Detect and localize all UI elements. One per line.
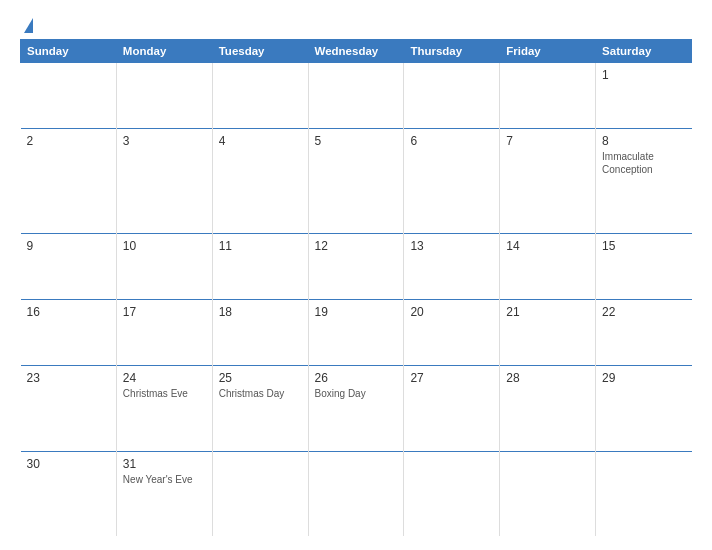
day-number: 29: [602, 371, 685, 385]
weekday-header-friday: Friday: [500, 40, 596, 63]
calendar-cell: 9: [21, 234, 117, 300]
calendar-row: 2324Christmas Eve25Christmas Day26Boxing…: [21, 366, 692, 452]
holiday-label: Christmas Eve: [123, 387, 206, 400]
calendar-row: 2345678Immaculate Conception: [21, 129, 692, 234]
day-number: 28: [506, 371, 589, 385]
calendar-cell: 21: [500, 300, 596, 366]
calendar-cell: [404, 451, 500, 536]
day-number: 22: [602, 305, 685, 319]
calendar-cell: 19: [308, 300, 404, 366]
calendar-cell: 4: [212, 129, 308, 234]
calendar-cell: [116, 63, 212, 129]
holiday-label: Christmas Day: [219, 387, 302, 400]
day-number: 10: [123, 239, 206, 253]
calendar-cell: 31New Year's Eve: [116, 451, 212, 536]
logo-triangle-icon: [24, 18, 33, 33]
calendar-cell: 18: [212, 300, 308, 366]
day-number: 21: [506, 305, 589, 319]
calendar-cell: 20: [404, 300, 500, 366]
day-number: 7: [506, 134, 589, 148]
calendar-cell: 2: [21, 129, 117, 234]
day-number: 24: [123, 371, 206, 385]
top-bar: [20, 18, 692, 33]
calendar-cell: 8Immaculate Conception: [596, 129, 692, 234]
day-number: 30: [27, 457, 110, 471]
calendar-cell: 6: [404, 129, 500, 234]
day-number: 6: [410, 134, 493, 148]
day-number: 25: [219, 371, 302, 385]
calendar-cell: 16: [21, 300, 117, 366]
day-number: 8: [602, 134, 685, 148]
weekday-header-thursday: Thursday: [404, 40, 500, 63]
day-number: 4: [219, 134, 302, 148]
calendar-cell: 11: [212, 234, 308, 300]
day-number: 19: [315, 305, 398, 319]
day-number: 3: [123, 134, 206, 148]
weekday-header-monday: Monday: [116, 40, 212, 63]
calendar-cell: 3: [116, 129, 212, 234]
weekday-header-saturday: Saturday: [596, 40, 692, 63]
calendar-cell: [500, 63, 596, 129]
weekday-header-row: SundayMondayTuesdayWednesdayThursdayFrid…: [21, 40, 692, 63]
calendar-cell: 26Boxing Day: [308, 366, 404, 452]
calendar-cell: [212, 451, 308, 536]
calendar-cell: [308, 451, 404, 536]
calendar-cell: 23: [21, 366, 117, 452]
day-number: 5: [315, 134, 398, 148]
holiday-label: Boxing Day: [315, 387, 398, 400]
calendar-row: 3031New Year's Eve: [21, 451, 692, 536]
calendar-cell: 24Christmas Eve: [116, 366, 212, 452]
calendar-row: 1: [21, 63, 692, 129]
day-number: 27: [410, 371, 493, 385]
day-number: 14: [506, 239, 589, 253]
day-number: 31: [123, 457, 206, 471]
day-number: 2: [27, 134, 110, 148]
day-number: 12: [315, 239, 398, 253]
calendar-cell: [308, 63, 404, 129]
calendar-cell: [500, 451, 596, 536]
calendar-cell: 12: [308, 234, 404, 300]
calendar-row: 16171819202122: [21, 300, 692, 366]
holiday-label: New Year's Eve: [123, 473, 206, 486]
day-number: 1: [602, 68, 685, 82]
calendar-cell: 17: [116, 300, 212, 366]
calendar-cell: [212, 63, 308, 129]
calendar-cell: 30: [21, 451, 117, 536]
calendar-cell: [404, 63, 500, 129]
day-number: 13: [410, 239, 493, 253]
day-number: 11: [219, 239, 302, 253]
calendar-cell: 1: [596, 63, 692, 129]
day-number: 16: [27, 305, 110, 319]
weekday-header-sunday: Sunday: [21, 40, 117, 63]
calendar-cell: 10: [116, 234, 212, 300]
logo: [20, 18, 35, 33]
day-number: 23: [27, 371, 110, 385]
calendar-cell: 27: [404, 366, 500, 452]
calendar-cell: 7: [500, 129, 596, 234]
calendar-cell: [596, 451, 692, 536]
day-number: 17: [123, 305, 206, 319]
day-number: 26: [315, 371, 398, 385]
calendar-page: SundayMondayTuesdayWednesdayThursdayFrid…: [0, 0, 712, 550]
day-number: 18: [219, 305, 302, 319]
day-number: 15: [602, 239, 685, 253]
calendar-table: SundayMondayTuesdayWednesdayThursdayFrid…: [20, 39, 692, 536]
calendar-cell: 22: [596, 300, 692, 366]
calendar-cell: [21, 63, 117, 129]
calendar-cell: 5: [308, 129, 404, 234]
calendar-cell: 15: [596, 234, 692, 300]
weekday-header-wednesday: Wednesday: [308, 40, 404, 63]
calendar-cell: 29: [596, 366, 692, 452]
day-number: 20: [410, 305, 493, 319]
calendar-cell: 13: [404, 234, 500, 300]
holiday-label: Immaculate Conception: [602, 150, 685, 176]
weekday-header-tuesday: Tuesday: [212, 40, 308, 63]
calendar-cell: 14: [500, 234, 596, 300]
day-number: 9: [27, 239, 110, 253]
calendar-cell: 28: [500, 366, 596, 452]
calendar-row: 9101112131415: [21, 234, 692, 300]
calendar-cell: 25Christmas Day: [212, 366, 308, 452]
